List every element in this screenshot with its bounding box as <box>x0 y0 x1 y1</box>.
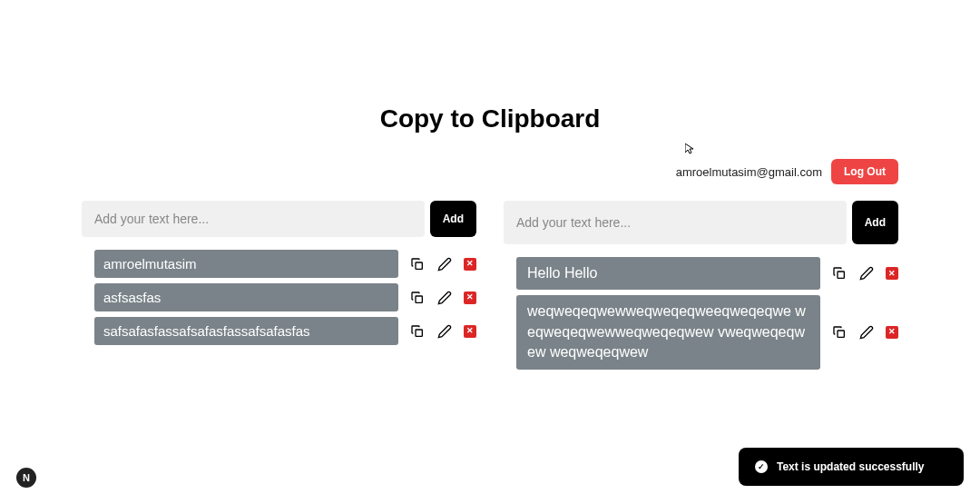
edit-icon[interactable] <box>436 323 453 340</box>
edit-icon[interactable] <box>858 265 875 282</box>
item-card: asfsasfas <box>94 283 398 311</box>
page-title: Copy to Clipboard <box>0 104 980 133</box>
toast-notification: Text is updated successfully <box>739 448 964 486</box>
list-item: Hello Hello <box>504 257 898 290</box>
check-circle-icon <box>755 460 768 473</box>
delete-icon[interactable] <box>464 292 476 304</box>
copy-icon[interactable] <box>409 323 426 340</box>
list-item: amroelmutasim <box>82 250 476 278</box>
item-card: Hello Hello <box>516 257 820 290</box>
svg-rect-4 <box>838 331 844 337</box>
logout-button[interactable]: Log Out <box>831 159 898 184</box>
list-item: weqweqeqwewweqweqeqweeqweqeqwe weqweqeqw… <box>504 295 898 369</box>
delete-icon[interactable] <box>464 325 476 338</box>
input-row: Add <box>504 201 898 244</box>
item-actions <box>409 256 476 272</box>
delete-icon[interactable] <box>464 258 476 271</box>
delete-icon[interactable] <box>886 267 898 280</box>
text-input-left[interactable] <box>82 201 425 237</box>
columns-container: Add amroelmutasim asfsasfas s <box>0 201 980 375</box>
add-button-right[interactable]: Add <box>852 201 898 244</box>
copy-icon[interactable] <box>831 324 848 341</box>
svg-rect-2 <box>416 330 422 336</box>
column-right: Add Hello Hello weqweqeqwewweqweqeqweeqw… <box>504 201 898 375</box>
column-left: Add amroelmutasim asfsasfas s <box>82 201 476 375</box>
svg-rect-0 <box>416 262 422 269</box>
header-row: amroelmutasim@gmail.com Log Out <box>0 159 980 184</box>
copy-icon[interactable] <box>409 290 426 306</box>
add-button-left[interactable]: Add <box>430 201 476 237</box>
item-card: amroelmutasim <box>94 250 398 278</box>
copy-icon[interactable] <box>831 265 848 282</box>
item-actions <box>831 265 898 282</box>
list-item: asfsasfas <box>82 283 476 311</box>
toast-message: Text is updated successfully <box>777 460 925 473</box>
svg-rect-1 <box>416 296 422 302</box>
edit-icon[interactable] <box>858 324 875 341</box>
input-row: Add <box>82 201 476 237</box>
item-actions <box>409 323 476 340</box>
text-input-right[interactable] <box>504 201 847 244</box>
logo-badge[interactable]: N <box>16 468 36 488</box>
cursor-icon <box>685 143 696 154</box>
edit-icon[interactable] <box>436 290 453 306</box>
item-actions <box>831 324 898 341</box>
item-card: safsafasfassafsafasfassafsafasfas <box>94 317 398 345</box>
item-card: weqweqeqwewweqweqeqweeqweqeqwe weqweqeqw… <box>516 295 820 369</box>
copy-icon[interactable] <box>409 256 426 272</box>
item-actions <box>409 290 476 306</box>
list-item: safsafasfassafsafasfassafsafasfas <box>82 317 476 345</box>
svg-rect-3 <box>838 272 844 278</box>
edit-icon[interactable] <box>436 256 453 272</box>
user-email: amroelmutasim@gmail.com <box>676 165 822 179</box>
delete-icon[interactable] <box>886 326 898 339</box>
